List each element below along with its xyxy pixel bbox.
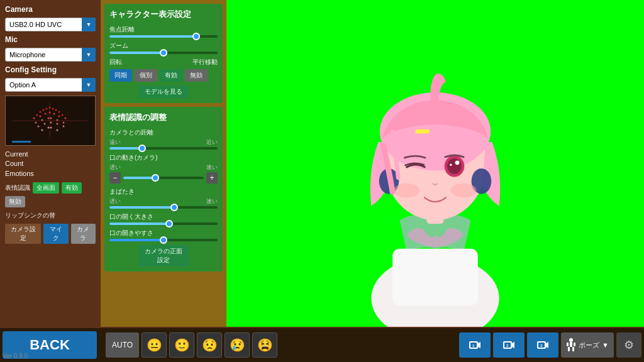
mouth-open-label: 口の開く大きさ (109, 212, 218, 221)
svg-point-10 (62, 114, 64, 116)
individual-btn[interactable]: 個別 (135, 69, 157, 82)
camera-3-btn[interactable]: 3 (527, 332, 558, 358)
svg-rect-61 (568, 347, 570, 351)
svg-point-16 (58, 116, 60, 118)
pose-arrow: ▼ (602, 341, 609, 349)
green-screen (226, 0, 644, 327)
mouth-open-slider[interactable] (109, 222, 218, 225)
blink-slider[interactable] (109, 206, 218, 209)
far-label: 遠い (109, 138, 121, 146)
camera-setting-btn[interactable]: カメラ設定 (5, 224, 41, 244)
mouth-minus-btn[interactable]: − (109, 172, 121, 184)
emotion-slight-smile-btn[interactable]: 🙂 (169, 332, 194, 358)
svg-point-42 (447, 158, 462, 174)
zoom-slider-fill (109, 52, 164, 54)
rotation-label: 回転 (109, 58, 162, 67)
zoom-slider-track[interactable] (109, 52, 218, 54)
mic-dropdown-container: Microphone (5, 48, 96, 62)
settings-gear-button[interactable]: ⚙ (616, 332, 641, 358)
focal-length-row: 焦点距離 (109, 25, 218, 38)
mouth-fill (123, 177, 155, 179)
svg-point-9 (58, 111, 60, 113)
svg-point-45 (394, 184, 419, 198)
mouth-range-labels: 遅い 速い (109, 163, 218, 172)
camera-viz (6, 96, 94, 145)
config-dropdown-container: Option A (5, 78, 96, 92)
sidebar: Camera USB2.0 HD UVC Mic Microphone Conf… (0, 0, 101, 327)
mouth-open-thumb (165, 220, 173, 228)
character-settings-box: キャラクター表示設定 焦点距離 ズーム 回転 平行移動 (104, 4, 223, 103)
focal-slider-track[interactable] (109, 35, 218, 38)
camera-2-icon: 2 (502, 340, 516, 350)
enable-btn[interactable]: 有効 (62, 182, 82, 194)
distance-thumb (138, 145, 146, 152)
emotion-distressed-btn[interactable]: 😫 (252, 332, 277, 358)
emotion-neutral-btn[interactable]: 😐 (142, 332, 167, 358)
svg-point-3 (40, 111, 42, 113)
svg-point-31 (50, 127, 52, 129)
disable-char-btn[interactable]: 無効 (185, 69, 208, 82)
person-icon (566, 337, 576, 353)
svg-point-44 (450, 164, 452, 166)
svg-point-17 (65, 118, 67, 119)
camera-label: Camera (5, 5, 96, 14)
svg-point-21 (50, 118, 52, 119)
zoom-row: ズーム (109, 41, 218, 54)
distance-slider[interactable] (109, 147, 218, 150)
camera-distance-label: カメラとの距離 (109, 128, 218, 137)
focal-slider-thumb (192, 33, 200, 40)
svg-rect-63 (567, 343, 569, 346)
enable-char-btn[interactable]: 有効 (160, 69, 182, 82)
mouth-open-fill (109, 222, 169, 225)
fullscreen-btn[interactable]: 全画面 (33, 182, 59, 194)
mouth-ease-row: 口の開きやすさ (109, 229, 218, 241)
camera-preview (5, 96, 96, 146)
auto-button[interactable]: AUTO (106, 332, 139, 358)
focal-slider-fill (109, 35, 196, 38)
svg-point-29 (42, 129, 43, 131)
center-panel: キャラクター表示設定 焦点距離 ズーム 回転 平行移動 (101, 0, 226, 327)
mouth-plus-btn[interactable]: + (206, 172, 218, 184)
view-model-btn[interactable]: モデルを見る (138, 85, 189, 98)
mic-btn[interactable]: マイク (43, 224, 68, 244)
camera-dropdown[interactable]: USB2.0 HD UVC (5, 18, 96, 31)
svg-rect-64 (574, 343, 575, 346)
blink-slow-label: 遅い (109, 197, 121, 206)
distance-range-labels: 遠い 近い (109, 138, 218, 146)
camera-1-icon: 1 (468, 340, 482, 350)
svg-point-30 (48, 127, 50, 129)
lip-sync-row: リップシンクの替 (5, 211, 96, 220)
mouth-ease-slider[interactable] (109, 239, 218, 241)
count-label: Count (5, 159, 96, 168)
svg-point-19 (42, 119, 43, 121)
camera-2-btn[interactable]: 2 (493, 332, 525, 358)
mouth-label: 口の動き(カメラ) (109, 153, 218, 162)
face-recognition-row: 表情認識 全画面 有効 無効 (5, 182, 96, 207)
camera-default-btn[interactable]: カメラの正面設定 (138, 245, 189, 266)
mouth-slider[interactable] (123, 177, 204, 179)
emotion-sad-btn[interactable]: 😟 (197, 332, 222, 358)
svg-marker-56 (546, 342, 548, 348)
camera-1-btn[interactable]: 1 (459, 332, 491, 358)
mouth-plusminus-row: − + (109, 172, 218, 184)
blink-label: まばたき (109, 187, 218, 196)
mouth-open-row: 口の開く大きさ (109, 212, 218, 225)
camera-small-btn[interactable]: カメラ (71, 224, 96, 244)
mic-dropdown[interactable]: Microphone (5, 48, 96, 62)
emotions-label: Emotions (5, 169, 96, 178)
mic-label: Mic (5, 35, 96, 44)
svg-point-26 (50, 122, 52, 124)
svg-point-46 (451, 184, 477, 198)
svg-point-6 (49, 107, 51, 109)
svg-point-2 (36, 114, 38, 116)
mouth-row: 口の動き(カメラ) 遅い 速い − + (109, 153, 218, 184)
sync-btn[interactable]: 同期 (109, 69, 132, 82)
config-dropdown[interactable]: Option A (5, 78, 96, 92)
svg-point-43 (455, 160, 460, 165)
disable-btn[interactable]: 無効 (5, 196, 25, 207)
config-label: Config Setting (5, 65, 96, 74)
pose-button[interactable]: ポーズ ▼ (561, 332, 614, 358)
mouth-ease-fill (109, 239, 164, 241)
emotion-cry-btn[interactable]: 😢 (225, 332, 250, 358)
svg-point-59 (569, 338, 573, 342)
